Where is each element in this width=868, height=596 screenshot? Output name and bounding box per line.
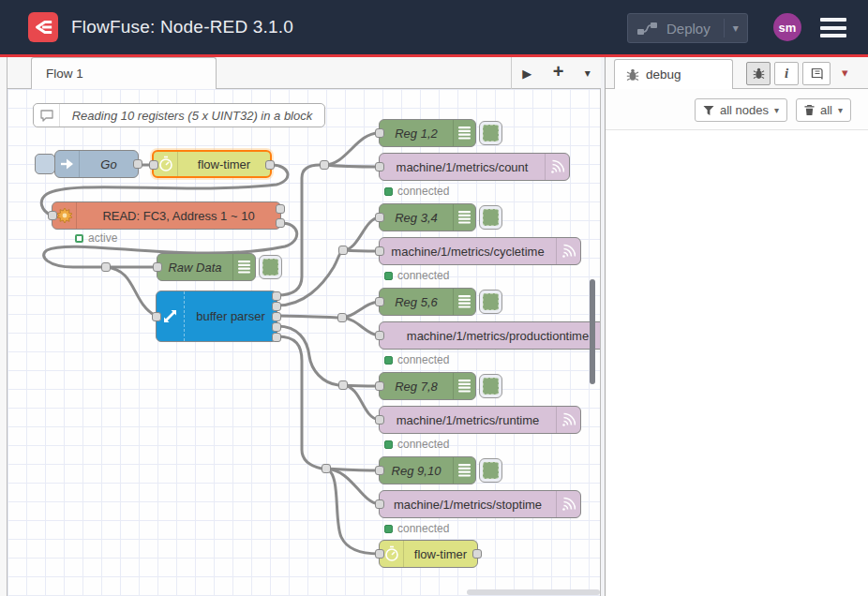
user-avatar[interactable]: sm [773,13,801,41]
status-dot-icon [384,272,393,280]
main-menu-button[interactable] [820,18,846,37]
debug-toggle-button[interactable] [479,121,502,145]
debug-lines-icon [453,204,475,231]
output-port[interactable] [276,204,285,214]
comment-text: Reading 10 registers (5 x UINT32) in a b… [60,104,324,127]
output-port[interactable] [272,291,281,301]
input-port[interactable] [375,213,384,222]
mqtt-out-node[interactable]: machine/1/metrics/count [379,153,570,181]
broadcast-icon [556,407,580,433]
tab-debug[interactable]: debug [614,59,733,89]
sidebar-options-caret[interactable]: ▾ [842,66,848,80]
debug-node-raw-data[interactable]: Raw Data [157,253,256,281]
input-port[interactable] [375,549,384,559]
debug-panel-button[interactable] [746,62,771,85]
broadcast-icon [556,238,580,264]
junction[interactable] [101,262,111,272]
inject-node-go[interactable]: Go [54,150,139,178]
mqtt-out-node[interactable]: machine/1/metrics/cycletime [379,237,581,265]
debug-node-reg[interactable]: Reg 5,6 [379,288,476,316]
deploy-button[interactable]: Deploy ▾ [627,13,748,43]
debug-node-reg[interactable]: Reg 3,4 [379,203,476,231]
debug-toggle-button[interactable] [479,290,502,314]
input-port[interactable] [375,246,384,256]
buffer-parser-node[interactable]: buffer parser [156,291,277,342]
input-port[interactable] [48,211,57,220]
book-icon [810,67,824,81]
node-label: machine/1/metrics/runtime [380,407,556,433]
output-port[interactable] [272,312,281,321]
status-text: connected [397,438,449,451]
node-label: machine/1/metrics/cycletime [380,238,556,264]
debug-node-reg[interactable]: Reg 1,2 [379,119,476,147]
deploy-nodes-icon [636,21,659,37]
filter-caret-icon: ▾ [774,105,779,115]
junction[interactable] [338,246,348,255]
debug-toggle-button[interactable] [479,458,502,483]
workspace: Flow 1 ▶ + ▾ [0,57,868,596]
flow-list-caret[interactable]: ▾ [585,67,591,80]
node-label: Reg 1,2 [380,120,453,146]
status-text: connected [397,522,449,535]
deploy-dropdown-caret[interactable]: ▾ [733,22,739,35]
flow-timer-node-top[interactable]: flow-timer [152,150,272,178]
debug-clear-button[interactable]: all ▾ [796,98,851,122]
debug-toggle-button[interactable] [479,205,502,230]
help-panel-button[interactable] [802,62,831,85]
input-port[interactable] [375,297,384,306]
input-port[interactable] [375,331,384,340]
input-port[interactable] [149,160,158,170]
broadcast-icon [556,491,580,517]
status-text: connected [397,185,449,198]
comment-node[interactable]: Reading 10 registers (5 x UINT32) in a b… [33,103,325,127]
mqtt-out-node[interactable]: machine/1/metrics/productiontime [379,321,601,350]
debug-toggle-button[interactable] [259,255,282,279]
inject-arrow-icon [55,151,80,177]
input-port[interactable] [153,262,162,272]
mqtt-out-node[interactable]: machine/1/metrics/runtime [379,406,581,434]
add-flow-button[interactable]: + [553,61,564,82]
input-port[interactable] [375,415,384,425]
output-port[interactable] [276,218,285,228]
vertical-scrollbar[interactable] [590,279,595,384]
info-panel-button[interactable]: i [774,62,799,85]
input-port[interactable] [375,381,384,391]
input-port[interactable] [152,312,161,321]
output-port[interactable] [272,302,281,311]
horizontal-scrollbar[interactable] [467,589,600,595]
output-port[interactable] [472,549,482,559]
node-status: connected [384,353,449,366]
debug-lines-icon [453,457,475,484]
flowfuse-logo-glyph [33,17,53,37]
debug-node-reg[interactable]: Reg 7,8 [379,372,476,400]
filter-label: all nodes [720,103,769,117]
flow-canvas[interactable]: Reading 10 registers (5 x UINT32) in a b… [7,89,601,596]
tab-flow-1[interactable]: Flow 1 [31,57,217,89]
run-flows-button[interactable]: ▶ [522,67,531,81]
junction[interactable] [320,160,329,170]
status-dot-icon [384,525,393,533]
flow-timer-node-bottom[interactable]: flow-timer [379,540,478,568]
inject-trigger-button[interactable] [35,154,55,174]
input-port[interactable] [375,162,384,171]
node-label: Raw Data [157,254,232,280]
debug-toggle-button[interactable] [479,374,502,398]
output-port[interactable] [272,333,281,342]
flowfuse-logo-icon[interactable] [28,12,58,42]
junction[interactable] [322,464,331,473]
input-port[interactable] [375,499,384,509]
header-bar: FlowFuse: Node-RED 3.1.0 Deploy ▾ sm [0,0,868,54]
bug-icon [753,67,765,80]
debug-messages-panel[interactable] [606,130,868,596]
debug-filter-button[interactable]: all nodes ▾ [695,98,787,122]
mqtt-out-node[interactable]: machine/1/metrics/stoptime [379,490,581,518]
output-port[interactable] [265,160,275,170]
junction[interactable] [338,380,348,390]
junction[interactable] [337,313,347,322]
output-port[interactable] [133,159,142,169]
output-port[interactable] [272,322,281,332]
debug-node-reg[interactable]: Reg 9,10 [379,456,476,484]
input-port[interactable] [375,466,384,475]
modbus-read-node[interactable]: READ: FC3, Address 1 ~ 10 [52,201,281,230]
input-port[interactable] [375,128,384,138]
